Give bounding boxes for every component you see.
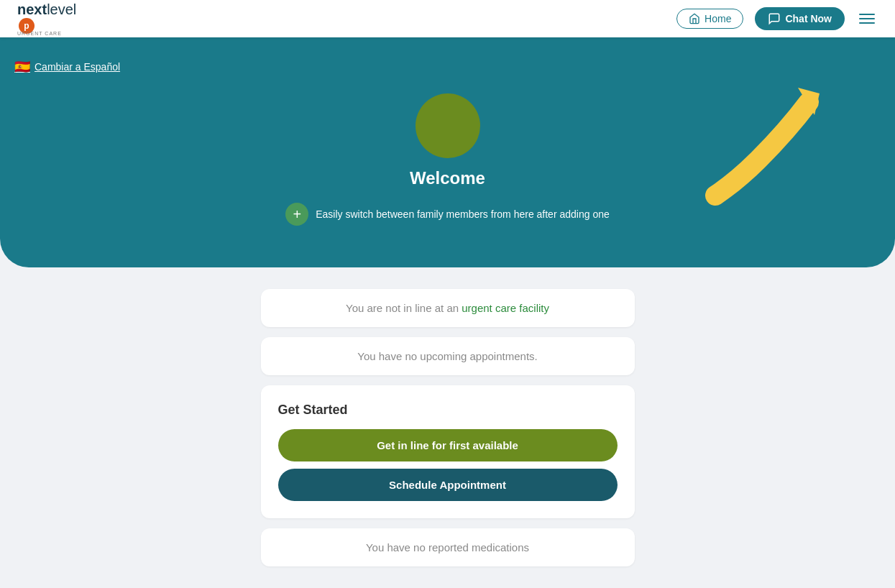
header: nextlevel p URGENT CARE Home Chat Now [0,0,895,37]
home-icon [689,13,700,24]
home-button[interactable]: Home [676,9,743,29]
avatar [416,93,480,158]
logo-level: level [47,1,76,17]
spain-flag-icon: 🇪🇸 [14,59,30,75]
logo-sub: URGENT CARE [17,31,76,36]
no-medications-text: You have no reported medications [278,541,618,553]
chat-now-label-header: Chat Now [785,13,832,24]
chat-icon-header [768,12,781,25]
get-started-title: Get Started [278,403,618,418]
language-link-label: Cambiar a Español [35,61,120,73]
add-member-text: Easily switch between family members fro… [316,208,610,220]
add-member-row: + Easily switch between family members f… [285,203,610,226]
not-in-line-prefix: You are not in line at an [346,302,462,314]
home-label: Home [704,13,731,24]
add-member-button[interactable]: + [285,203,308,226]
language-link[interactable]: 🇪🇸 Cambiar a Español [14,59,120,75]
main-content: You are not in line at an urgent care fa… [0,267,895,588]
arrow-svg [694,81,852,210]
not-in-line-card: You are not in line at an urgent care fa… [261,289,635,327]
logo: nextlevel p URGENT CARE [17,1,76,36]
hamburger-line-2 [859,18,875,19]
hamburger-line-1 [859,14,875,15]
get-started-card: Get Started Get in line for first availa… [261,385,635,518]
not-in-line-text: You are not in line at an urgent care fa… [278,302,618,314]
get-in-line-button[interactable]: Get in line for first available [278,429,618,461]
no-medications-card: You have no reported medications [261,528,635,566]
no-appointments-text: You have no upcoming appointments. [278,350,618,362]
language-bar: 🇪🇸 Cambiar a Español [14,59,881,75]
logo-next: next [17,1,47,17]
welcome-text: Welcome [410,168,485,188]
arrow-decoration [694,81,852,210]
hamburger-line-3 [859,22,875,24]
no-appointments-card: You have no upcoming appointments. [261,337,635,375]
chat-now-button-header[interactable]: Chat Now [755,7,845,30]
hamburger-menu-button[interactable] [856,11,878,27]
hero-section: 🇪🇸 Cambiar a Español Welcome + Easily sw… [0,37,895,267]
header-actions: Home Chat Now [676,7,878,30]
urgent-care-link[interactable]: urgent care facility [462,302,549,314]
logo-text-group: nextlevel p URGENT CARE [17,1,76,36]
schedule-appointment-button[interactable]: Schedule Appointment [278,469,618,501]
logo-wordmark: nextlevel p [17,1,76,34]
